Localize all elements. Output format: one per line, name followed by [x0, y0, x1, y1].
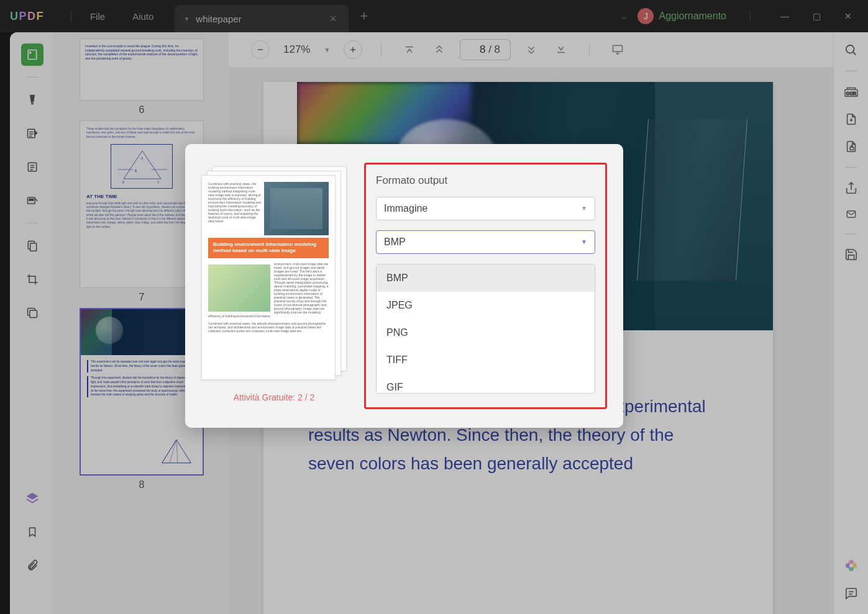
export-settings-panel: Formato output Immagine ▼ BMP ▼ BMP JPEG…: [364, 163, 607, 409]
modal-overlay: Combined with practical cases, the build…: [0, 0, 868, 614]
dropdown-option[interactable]: GIF: [377, 374, 595, 394]
dropdown-option[interactable]: JPEG: [377, 292, 595, 319]
output-format-select[interactable]: Immagine ▼: [376, 197, 595, 220]
dropdown-option[interactable]: BMP: [377, 264, 595, 292]
caret-down-icon: ▼: [581, 205, 587, 212]
export-modal: Combined with practical cases, the build…: [185, 144, 623, 428]
export-preview: Combined with practical cases, the build…: [201, 166, 347, 384]
free-activity-label: Attività Gratuite: 2 / 2: [201, 392, 347, 402]
caret-down-icon: ▼: [581, 238, 587, 245]
dropdown-option[interactable]: PNG: [377, 319, 595, 346]
dropdown-option[interactable]: TIFF: [377, 346, 595, 374]
image-type-dropdown: BMP JPEG PNG TIFF GIF: [376, 264, 595, 394]
image-type-select[interactable]: BMP ▼: [376, 230, 595, 254]
output-format-label: Formato output: [376, 174, 595, 187]
